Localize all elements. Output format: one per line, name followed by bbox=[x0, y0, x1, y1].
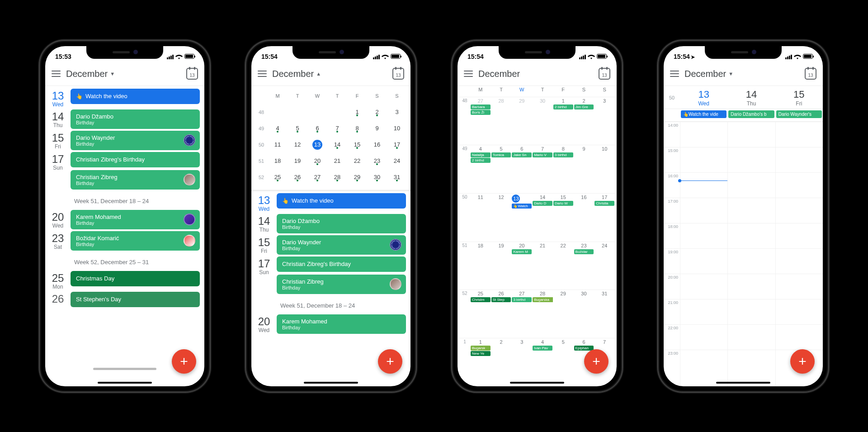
time-grid[interactable]: 14:0015:0016:0017:0018:0019:0020:0021:00… bbox=[664, 122, 823, 386]
event-chip[interactable]: Bugarska bbox=[533, 297, 553, 302]
mini-day[interactable]: 11 bbox=[268, 141, 288, 148]
mini-day[interactable]: 21 bbox=[327, 157, 347, 164]
mini-day[interactable]: 6 bbox=[307, 125, 327, 132]
home-indicator[interactable] bbox=[98, 382, 152, 384]
mini-day[interactable]: 12 bbox=[288, 141, 307, 148]
month-day[interactable]: 12 bbox=[491, 195, 512, 242]
month-day[interactable]: 22 bbox=[553, 243, 574, 290]
mini-day[interactable]: 26 bbox=[288, 174, 307, 180]
month-day[interactable]: 30 bbox=[574, 291, 594, 338]
event-chip[interactable]: Božidar KomarićBirthday bbox=[71, 231, 200, 251]
month-day[interactable]: 5 bbox=[553, 339, 574, 386]
add-event-button[interactable]: + bbox=[172, 349, 196, 374]
event-chip[interactable]: Dario D bbox=[533, 201, 552, 206]
mini-day[interactable]: 18 bbox=[268, 157, 288, 164]
event-chip[interactable]: St Step bbox=[491, 297, 511, 302]
month-day[interactable]: 17Christia bbox=[594, 195, 615, 242]
day-column[interactable] bbox=[680, 122, 727, 386]
event-chip[interactable]: Ivan Pav bbox=[533, 346, 552, 351]
mini-day[interactable]: 4 bbox=[268, 125, 288, 132]
mini-calendar[interactable]: MTWTFSS48 123494567891050111213141516175… bbox=[251, 86, 410, 190]
month-day[interactable]: 273 birthd bbox=[511, 291, 532, 338]
month-grid[interactable]: MTWTFSS4827BarbaraBoris Ži28293012 birth… bbox=[458, 86, 617, 386]
month-day[interactable]: 28Bugarska bbox=[532, 291, 553, 338]
month-day[interactable]: 29 bbox=[553, 291, 574, 338]
mini-day[interactable]: 7 bbox=[327, 125, 347, 132]
event-chip[interactable]: 3 birthd bbox=[512, 297, 532, 302]
menu-icon[interactable] bbox=[258, 71, 267, 77]
month-day[interactable]: 24 bbox=[594, 243, 615, 290]
day-column[interactable] bbox=[775, 122, 823, 386]
event-chip[interactable]: Dario DžamboBirthday bbox=[71, 109, 200, 129]
month-day[interactable]: 15Dario W bbox=[553, 195, 574, 242]
mini-day[interactable]: 17 bbox=[387, 141, 407, 148]
day-column[interactable] bbox=[727, 122, 775, 386]
month-day[interactable]: 2 bbox=[491, 339, 512, 386]
event-chip[interactable]: Karem M bbox=[512, 249, 532, 254]
menu-icon[interactable] bbox=[52, 71, 61, 77]
mini-day[interactable]: 31 bbox=[387, 174, 407, 180]
event-chip[interactable]: 👆Watch the video bbox=[71, 89, 200, 104]
month-day[interactable]: 11 bbox=[470, 195, 491, 242]
event-chip[interactable]: Christia bbox=[594, 201, 614, 206]
event-chip[interactable]: 2 birthd bbox=[553, 104, 573, 109]
mini-day[interactable]: 15 bbox=[347, 141, 367, 148]
month-day[interactable]: 16 bbox=[574, 195, 594, 242]
mini-day[interactable]: 28 bbox=[327, 174, 347, 180]
month-day[interactable]: 19 bbox=[491, 243, 512, 290]
month-selector[interactable]: December ▼ bbox=[66, 69, 115, 79]
event-chip[interactable]: Dario WaynderBirthday bbox=[277, 235, 406, 255]
month-day[interactable]: 5Tomica bbox=[491, 146, 512, 193]
month-day[interactable]: 3 bbox=[594, 98, 615, 145]
month-day[interactable]: 23Božidar bbox=[574, 243, 594, 290]
month-day[interactable]: 31 bbox=[594, 291, 615, 338]
month-selector[interactable]: December ▼ bbox=[684, 69, 733, 79]
event-chip[interactable]: Christian ZibregBirthday bbox=[277, 275, 406, 294]
mini-day[interactable]: 22 bbox=[347, 157, 367, 164]
month-day[interactable]: 4Natalija2 birthd bbox=[470, 146, 491, 193]
event-chip[interactable]: New Ye bbox=[471, 351, 491, 356]
event-chip[interactable]: Christian Zibreg's Birthday bbox=[277, 256, 406, 272]
event-chip[interactable]: 👆Watch the vide bbox=[681, 110, 726, 118]
event-chip[interactable]: Karem MohamedBirthday bbox=[277, 314, 406, 334]
event-chip[interactable]: 👆Watch bbox=[512, 204, 532, 209]
month-day[interactable]: 7Mario V bbox=[532, 146, 553, 193]
event-chip[interactable]: Karem MohamedBirthday bbox=[71, 210, 200, 229]
month-day[interactable]: 14Dario D bbox=[532, 195, 553, 242]
event-chip[interactable]: Dario W bbox=[553, 201, 573, 206]
event-chip[interactable]: 👆Watch the video bbox=[277, 193, 406, 209]
mini-day[interactable]: 2 bbox=[367, 109, 387, 115]
event-chip[interactable]: Dario WaynderBirthday bbox=[71, 131, 200, 150]
add-event-button[interactable]: + bbox=[378, 349, 402, 374]
menu-icon[interactable] bbox=[670, 71, 679, 77]
mini-day[interactable]: 5 bbox=[288, 125, 307, 132]
mini-day[interactable]: 27 bbox=[307, 174, 327, 180]
day-header[interactable]: 15Fri bbox=[775, 86, 823, 109]
mini-day[interactable]: 24 bbox=[387, 157, 407, 164]
schedule-list[interactable]: 13Wed 👆Watch the video 14Thu Dario Džamb… bbox=[45, 86, 204, 307]
event-chip[interactable]: Natalija bbox=[471, 152, 491, 157]
mini-day[interactable]: 30 bbox=[367, 174, 387, 180]
month-day[interactable]: 13👆Watch bbox=[511, 195, 532, 242]
mini-day[interactable]: 25 bbox=[268, 174, 288, 180]
event-chip[interactable]: Epiphan bbox=[574, 346, 594, 351]
event-chip[interactable]: Božidar bbox=[574, 249, 594, 254]
today-button[interactable]: 13 bbox=[805, 68, 816, 80]
three-day-grid[interactable]: 50 13Wed 14Thu 15Fri 👆Watch the vide Dar… bbox=[664, 86, 823, 386]
month-day[interactable]: 4Ivan Pav bbox=[532, 339, 553, 386]
event-chip[interactable]: 3 birthd bbox=[553, 152, 573, 157]
mini-day[interactable]: 10 bbox=[387, 125, 407, 132]
event-chip[interactable]: Dario DžamboBirthday bbox=[277, 214, 406, 233]
mini-day[interactable]: 23 bbox=[367, 157, 387, 164]
event-chip[interactable]: Dario Džambo's b bbox=[728, 110, 774, 118]
month-day[interactable]: 10 bbox=[594, 146, 615, 193]
day-header[interactable]: 13Wed bbox=[680, 86, 727, 109]
month-day[interactable]: 29 bbox=[511, 98, 532, 145]
event-chip[interactable]: Christmas Day bbox=[71, 271, 200, 286]
home-indicator[interactable] bbox=[716, 382, 770, 384]
mini-day[interactable]: 29 bbox=[347, 174, 367, 180]
month-day[interactable]: 12 birthd bbox=[553, 98, 574, 145]
event-chip[interactable]: Jim Gre bbox=[574, 104, 594, 109]
month-day[interactable]: 28 bbox=[491, 98, 512, 145]
mini-day[interactable]: 8 bbox=[347, 125, 367, 132]
